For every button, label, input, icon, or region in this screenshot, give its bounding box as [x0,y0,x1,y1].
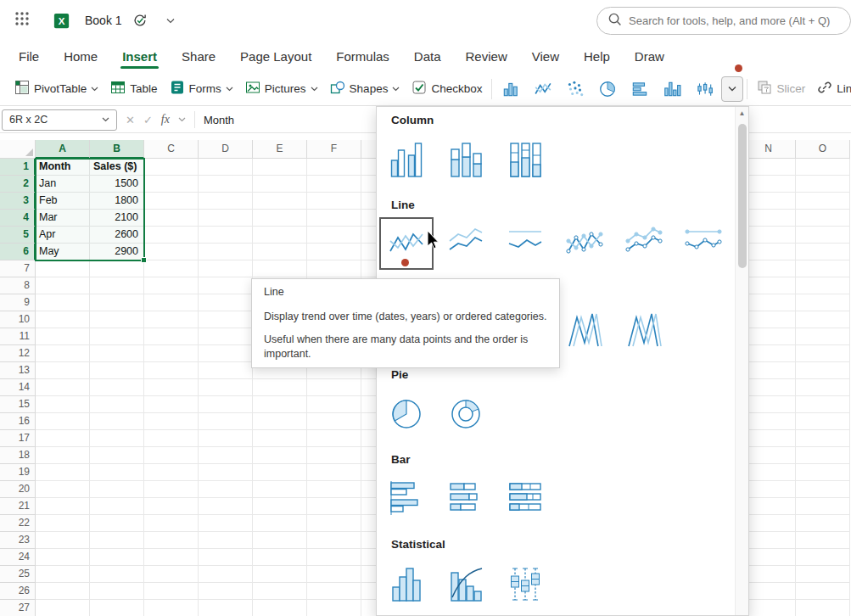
cell-N21[interactable] [742,498,796,515]
insert-function-button[interactable]: fx [161,113,170,126]
cell-C3[interactable] [144,193,199,210]
chart-type-line-markers[interactable] [566,223,603,266]
cell-A26[interactable] [36,583,90,600]
cell-O24[interactable] [796,549,850,566]
cell-D22[interactable] [199,515,253,532]
cell-C26[interactable] [144,583,199,600]
formula-input[interactable]: Month [195,114,234,126]
cell-C10[interactable] [144,311,199,328]
cell-C9[interactable] [144,294,199,311]
cell-A17[interactable] [36,430,90,447]
menu-data[interactable]: Data [412,41,443,72]
row-header-11[interactable]: 11 [0,328,36,345]
cell-D10[interactable] [199,311,253,328]
cell-D8[interactable] [199,277,253,294]
cell-N20[interactable] [742,481,796,498]
cell-O12[interactable] [796,345,850,362]
col-header-F[interactable]: F [307,140,361,159]
cell-O6[interactable] [796,244,850,260]
cell-E16[interactable] [253,413,307,430]
cell-F4[interactable] [307,210,361,227]
checkbox-button[interactable]: Checkbox [406,76,488,103]
slicer-button[interactable]: Slicer [751,76,811,103]
cell-O11[interactable] [796,328,850,345]
cell-C6[interactable] [144,244,199,260]
pictures-button[interactable]: Pictures [239,76,324,103]
cell-O9[interactable] [796,294,850,311]
row-header-16[interactable]: 16 [0,413,36,430]
cell-D4[interactable] [199,210,253,227]
cell-F3[interactable] [307,193,361,210]
cell-D17[interactable] [199,430,253,447]
chart-type-line-jagged[interactable] [625,308,663,350]
cell-B27[interactable] [90,600,144,616]
cell-O23[interactable] [796,532,850,549]
cell-A7[interactable] [36,260,90,277]
cell-A12[interactable] [36,345,90,362]
chart-type-pie[interactable] [388,393,425,435]
cell-O20[interactable] [796,481,850,498]
cell-E23[interactable] [253,532,307,549]
cell-N9[interactable] [742,294,796,311]
cell-O3[interactable] [796,193,850,210]
cell-N18[interactable] [742,447,796,464]
cell-F15[interactable] [307,396,361,413]
cell-A10[interactable] [36,311,90,328]
row-header-17[interactable]: 17 [0,430,36,447]
cell-F22[interactable] [307,515,361,532]
cell-D16[interactable] [199,413,253,430]
table-button[interactable]: Table [104,76,163,103]
col-header-C[interactable]: C [144,140,199,159]
cell-C2[interactable] [144,176,199,193]
col-header-B[interactable]: B [90,140,144,159]
cell-A2[interactable]: Jan [36,176,90,193]
cell-C11[interactable] [144,328,199,345]
row-header-18[interactable]: 18 [0,447,36,464]
cell-N24[interactable] [742,549,796,566]
cell-F21[interactable] [307,498,361,515]
cell-F24[interactable] [307,549,361,566]
cell-E20[interactable] [253,481,307,498]
cell-E14[interactable] [253,379,307,396]
cell-E2[interactable] [253,176,307,193]
cell-B6[interactable]: 2900 [90,244,144,260]
chart-type-clustered-bar[interactable] [388,478,425,520]
cell-B11[interactable] [90,328,144,345]
row-header-20[interactable]: 20 [0,481,36,498]
cell-O15[interactable] [796,396,850,413]
cell-F25[interactable] [307,566,361,583]
cell-D2[interactable] [199,176,253,193]
cell-A16[interactable] [36,413,90,430]
row-header-25[interactable]: 25 [0,566,36,583]
chart-type-doughnut[interactable] [447,393,484,435]
cell-E3[interactable] [253,193,307,210]
row-header-26[interactable]: 26 [0,583,36,600]
chart-type-stacked-line-100[interactable] [507,223,544,266]
cell-B9[interactable] [90,294,144,311]
row-header-12[interactable]: 12 [0,345,36,362]
cell-E7[interactable] [253,260,307,277]
cell-B19[interactable] [90,464,144,481]
cell-A22[interactable] [36,515,90,532]
cell-B14[interactable] [90,379,144,396]
cell-A14[interactable] [36,379,90,396]
cell-E19[interactable] [253,464,307,481]
cell-N22[interactable] [742,515,796,532]
col-header-A[interactable]: A [36,140,90,159]
app-launcher-button[interactable] [12,10,32,31]
cell-N4[interactable] [742,210,796,227]
menu-page-layout[interactable]: Page Layout [238,41,313,72]
cell-D7[interactable] [199,260,253,277]
cell-C4[interactable] [144,210,199,227]
cell-B16[interactable] [90,413,144,430]
cell-D9[interactable] [199,294,253,311]
cell-C23[interactable] [144,532,199,549]
search-input[interactable] [629,14,832,27]
cell-N1[interactable] [742,159,796,176]
menu-formulas[interactable]: Formulas [334,41,391,72]
cell-O4[interactable] [796,210,850,227]
chart-type-stacked-line[interactable] [447,223,484,266]
forms-button[interactable]: Forms [164,76,239,103]
cell-F2[interactable] [307,176,361,193]
cell-B1[interactable]: Sales ($) [90,159,144,176]
